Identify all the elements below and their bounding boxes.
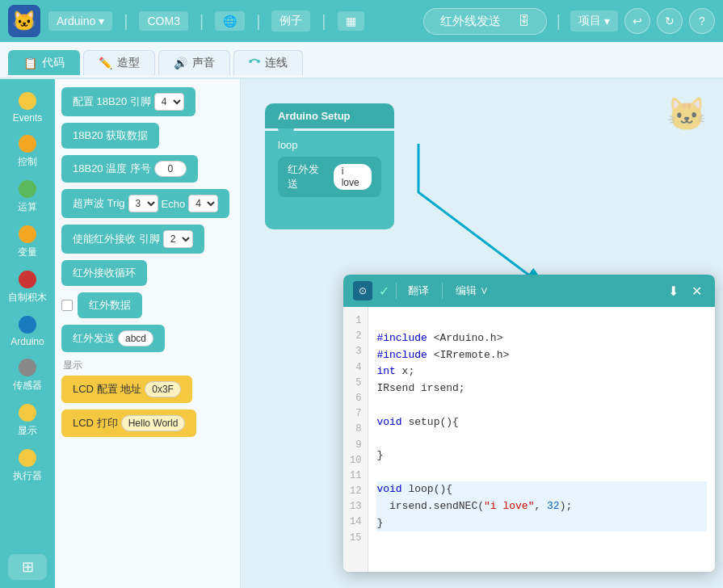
- undo-button[interactable]: ↩: [624, 8, 650, 34]
- block-row-9: LCD 配置 地址 0x3F: [61, 376, 233, 403]
- project-name-button[interactable]: 红外线发送 🗄: [423, 8, 547, 35]
- sidebar-item-events[interactable]: Events: [2, 87, 53, 128]
- translate-menu[interactable]: 翻译: [403, 282, 434, 300]
- redo-icon: ↻: [665, 15, 675, 27]
- close-editor-button[interactable]: ✕: [688, 282, 705, 300]
- sidebar-item-math[interactable]: 运算: [2, 175, 53, 219]
- examples-label: 例子: [280, 14, 302, 28]
- project-save-icon: 🗄: [518, 14, 530, 27]
- lcd-print-input[interactable]: Hello World: [121, 415, 186, 431]
- block-row-3: 18B20 温度 序号 0: [61, 155, 233, 183]
- block-18b20-config[interactable]: 配置 18B20 引脚 423: [61, 87, 195, 116]
- sidebar-item-control[interactable]: 控制: [2, 130, 53, 174]
- ir-send-input[interactable]: abcd: [118, 330, 153, 346]
- temp-input[interactable]: 0: [154, 161, 187, 177]
- separator-3: |: [256, 12, 260, 31]
- sidebar-item-display[interactable]: 显示: [2, 399, 53, 443]
- tab-costume[interactable]: ✏️ 造型: [83, 50, 155, 75]
- help-button[interactable]: ?: [689, 8, 715, 34]
- sidebar-item-actuator-label: 执行器: [13, 469, 42, 483]
- sidebar-item-variable[interactable]: 变量: [2, 220, 53, 264]
- ir-pin-select[interactable]: 234: [163, 230, 193, 248]
- block-ir-send[interactable]: 红外发送 abcd: [61, 325, 165, 352]
- separator-1: |: [124, 12, 128, 31]
- project-menu-button[interactable]: 项目 ▾: [570, 10, 618, 32]
- sensor-dot-icon: [19, 359, 36, 376]
- canvas-setup-label: Arduino Setup: [278, 110, 351, 122]
- tab-connect-label: 连线: [265, 56, 288, 70]
- pin-select-18b20[interactable]: 423: [154, 93, 184, 111]
- block-row-4: 超声波 Trig 324 Echo 423: [61, 189, 233, 218]
- code-line-6: [376, 397, 707, 414]
- lcd-addr-input[interactable]: 0x3F: [145, 381, 181, 397]
- code-line-12: irsend.sendNEC("i love", 32);: [376, 498, 707, 515]
- download-button[interactable]: ⬇: [665, 282, 682, 300]
- block-row-10: LCD 打印 Hello World: [61, 410, 233, 437]
- sidebar: Events 控制 运算 变量 自制积木 Arduino 传感器 显示: [0, 79, 55, 588]
- blocks-button[interactable]: ▦: [338, 11, 364, 31]
- custom-dot-icon: [19, 271, 36, 288]
- sidebar-item-arduino[interactable]: Arduino: [2, 311, 53, 352]
- tab-code[interactable]: 📋 代码: [8, 50, 80, 75]
- tab-sound[interactable]: 🔊 声音: [158, 50, 230, 75]
- sidebar-item-sensor[interactable]: 传感器: [2, 354, 53, 397]
- block-ultrasonic[interactable]: 超声波 Trig 324 Echo 423: [61, 189, 229, 218]
- scratch-cat-decoration: 🐱: [666, 95, 707, 133]
- sidebar-item-actuator[interactable]: 执行器: [2, 444, 53, 488]
- code-line-11: void loop(){: [376, 481, 707, 498]
- arduino-editor-logo: ⊙: [353, 281, 372, 300]
- sidebar-bottom: ⊞: [8, 554, 47, 580]
- editor-body: 12345 678910 1112131415 #include <Arduin…: [343, 307, 715, 572]
- code-line-13: }: [376, 515, 707, 532]
- sidebar-item-custom-label: 自制积木: [8, 291, 47, 304]
- canvas-setup-block[interactable]: Arduino Setup: [265, 103, 394, 128]
- code-line-15: [376, 548, 707, 565]
- math-dot-icon: [19, 180, 36, 198]
- examples-button[interactable]: 例子: [271, 10, 310, 32]
- block-18b20-temp[interactable]: 18B20 温度 序号 0: [61, 155, 198, 183]
- block-ir-data[interactable]: 红外数据: [78, 292, 142, 318]
- ir-data-checkbox[interactable]: [61, 300, 73, 311]
- compile-check-icon: ✓: [379, 284, 389, 299]
- sidebar-item-events-label: Events: [13, 112, 43, 124]
- arduino-chevron-icon: ▾: [99, 15, 104, 27]
- tab-code-icon: 📋: [23, 57, 37, 69]
- block-lcd-config[interactable]: LCD 配置 地址 0x3F: [61, 376, 192, 403]
- block-ir-enable[interactable]: 使能红外接收 引脚 234: [61, 225, 204, 254]
- tab-costume-label: 造型: [117, 56, 140, 70]
- echo-select[interactable]: 423: [188, 195, 218, 212]
- ir-loop-label: 红外接收循环: [73, 266, 136, 280]
- port-button[interactable]: COM3: [139, 11, 187, 31]
- ultrasonic-label: 超声波 Trig: [73, 196, 125, 211]
- tabs-bar: 📋 代码 ✏️ 造型 🔊 声音 连线: [0, 42, 723, 79]
- canvas-loop-label: loop: [278, 139, 298, 151]
- sidebar-item-custom[interactable]: 自制积木: [2, 266, 53, 309]
- add-block-button[interactable]: ⊞: [8, 554, 47, 580]
- code-content[interactable]: #include <Arduino.h> #include <IRremote.…: [368, 307, 715, 572]
- close-icon: ✕: [691, 284, 702, 298]
- tab-connect[interactable]: 连线: [233, 50, 303, 75]
- arduino-menu-button[interactable]: Arduino ▾: [48, 11, 112, 31]
- tab-sound-label: 声音: [192, 56, 215, 70]
- tab-sound-icon: 🔊: [174, 57, 187, 69]
- project-chevron-icon: ▾: [604, 15, 610, 27]
- canvas-ir-send-block[interactable]: 红外发送 i love: [278, 157, 381, 197]
- canvas-ir-send-value[interactable]: i love: [334, 164, 372, 190]
- canvas-loop-block[interactable]: loop 红外发送 i love: [265, 131, 394, 229]
- redo-button[interactable]: ↻: [657, 8, 683, 34]
- block-ir-loop[interactable]: 红外接收循环: [61, 260, 147, 286]
- trig-select[interactable]: 324: [128, 195, 158, 212]
- edit-menu[interactable]: 编辑 ∨: [451, 282, 494, 300]
- control-dot-icon: [19, 135, 36, 153]
- lcd-config-label: LCD 配置 地址: [73, 382, 141, 397]
- help-icon: ?: [699, 15, 705, 27]
- block-lcd-print[interactable]: LCD 打印 Hello World: [61, 410, 196, 437]
- undo-icon: ↩: [633, 15, 642, 27]
- block-18b20-get[interactable]: 18B20 获取数据: [61, 123, 159, 149]
- separator-4: |: [322, 12, 326, 31]
- logo-cat-icon: 🐱: [12, 10, 36, 32]
- edit-menu-label: 编辑: [456, 284, 477, 296]
- sidebar-item-arduino-label: Arduino: [11, 336, 44, 347]
- globe-button[interactable]: 🌐: [215, 11, 245, 31]
- block-canvas: 🐱 Arduino Setup loop 红外发送 i love: [241, 79, 723, 588]
